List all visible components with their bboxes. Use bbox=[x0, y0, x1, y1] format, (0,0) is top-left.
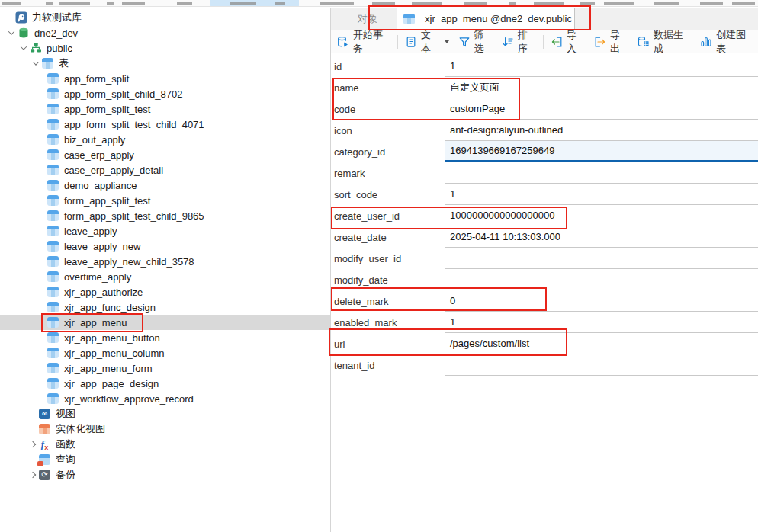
tree-item-label: case_erp_apply_detail bbox=[64, 165, 163, 176]
tree-item-functions[interactable]: fx函数 bbox=[0, 437, 330, 452]
tree-item-schema[interactable]: public bbox=[0, 40, 330, 56]
tree-item-app_form_split_test_child_4071[interactable]: app_form_split_test_child_4071 bbox=[0, 117, 330, 132]
tree-item-xjr_workflow_approve_record[interactable]: xjr_workflow_approve_record bbox=[0, 391, 330, 406]
field-value-delete_mark[interactable]: 0 bbox=[445, 290, 758, 312]
toolbar-fragment bbox=[464, 2, 487, 5]
tree-item-label: form_app_split_test_child_9865 bbox=[64, 210, 204, 222]
filter-icon bbox=[458, 36, 471, 48]
table-icon bbox=[47, 165, 59, 175]
sort-button[interactable]: 排序 bbox=[497, 32, 541, 52]
tree-item-xjr_app_func_design[interactable]: xjr_app_func_design bbox=[0, 300, 330, 315]
export-button[interactable]: 导出 bbox=[589, 32, 633, 52]
chevron-down-icon[interactable] bbox=[5, 30, 18, 35]
toolbar-fragment bbox=[604, 2, 634, 5]
chevron-right-icon[interactable] bbox=[26, 473, 39, 477]
table-icon bbox=[47, 226, 59, 236]
field-value-tenant_id[interactable] bbox=[445, 354, 758, 376]
table-icon bbox=[47, 287, 59, 297]
tab-objects[interactable]: 对象 bbox=[348, 8, 387, 30]
chart-icon bbox=[700, 36, 712, 48]
tree-item-app_form_split[interactable]: app_form_split bbox=[0, 71, 330, 86]
chevron-down-icon[interactable] bbox=[17, 46, 30, 50]
table-icon bbox=[47, 317, 59, 328]
text-view-label: 文本 bbox=[421, 28, 439, 56]
toolbar-fragment bbox=[412, 2, 442, 5]
tree-item-materialized-views[interactable]: 实体化视图 bbox=[0, 421, 330, 437]
field-value-code[interactable]: customPage bbox=[445, 98, 758, 120]
import-button[interactable]: 导入 bbox=[546, 32, 589, 52]
tree-item-label: case_erp_apply bbox=[64, 149, 134, 161]
tree-item-xjr_app_menu_column[interactable]: xjr_app_menu_column bbox=[0, 345, 330, 361]
tree-item-leave_apply_new_child_3578[interactable]: leave_apply_new_child_3578 bbox=[0, 254, 330, 269]
tree-item-case_erp_apply_detail[interactable]: case_erp_apply_detail bbox=[0, 162, 330, 178]
toolbar-fragment bbox=[320, 2, 354, 5]
tree-item-biz_out_apply[interactable]: biz_out_apply bbox=[0, 132, 330, 147]
schema-icon bbox=[30, 42, 42, 54]
filter-button[interactable]: 筛选 bbox=[454, 32, 497, 52]
field-value-url[interactable]: /pages/custom/list bbox=[445, 333, 758, 354]
text-view-button[interactable]: 文本 bbox=[400, 32, 454, 52]
tree-item-overtime_apply[interactable]: overtime_apply bbox=[0, 269, 330, 284]
chevron-right-icon[interactable] bbox=[26, 442, 39, 447]
tree-item-leave_apply[interactable]: leave_apply bbox=[0, 223, 330, 239]
create-chart-button[interactable]: 创建图表 bbox=[695, 32, 758, 52]
tree-item-xjr_app_menu[interactable]: xjr_app_menu bbox=[0, 315, 330, 330]
tree-item-views[interactable]: ∞视图 bbox=[0, 406, 330, 421]
transaction-icon bbox=[337, 36, 349, 48]
field-value-category_id[interactable]: 1694139669167259649 bbox=[445, 141, 758, 162]
field-label-code: code bbox=[331, 98, 445, 120]
data-generation-button[interactable]: 数据生成 bbox=[633, 32, 695, 52]
database-sidebar: 力软测试库 dne2_dev public 表 app_form_splitap… bbox=[0, 8, 331, 532]
begin-transaction-button[interactable]: 开始事务 bbox=[332, 32, 395, 52]
table-icon bbox=[47, 195, 59, 206]
tree-item-demo_appliance[interactable]: demo_appliance bbox=[0, 178, 330, 193]
field-row-tenant_id: tenant_id bbox=[331, 354, 758, 376]
filter-label: 筛选 bbox=[474, 28, 493, 56]
field-label-delete_mark: delete_mark bbox=[331, 290, 445, 312]
field-value-sort_code[interactable]: 1 bbox=[445, 184, 758, 205]
toolbar-fragment bbox=[46, 2, 53, 5]
field-value-id[interactable]: 1 bbox=[445, 56, 758, 77]
field-value-create_user_id[interactable]: 1000000000000000000 bbox=[445, 205, 758, 226]
tree-item-leave_apply_new[interactable]: leave_apply_new bbox=[0, 239, 330, 254]
tree-item-xjr_app_menu_form[interactable]: xjr_app_menu_form bbox=[0, 361, 330, 376]
create-chart-label: 创建图表 bbox=[716, 28, 753, 56]
tree-item-connection[interactable]: 力软测试库 bbox=[0, 10, 330, 25]
tree-item-database[interactable]: dne2_dev bbox=[0, 25, 330, 40]
export-icon bbox=[594, 36, 606, 48]
tree-item-label: xjr_workflow_approve_record bbox=[64, 393, 194, 405]
functions-icon: fx bbox=[39, 439, 50, 450]
tab-objects-label: 对象 bbox=[358, 12, 377, 26]
field-label-sort_code: sort_code bbox=[331, 184, 445, 205]
views-icon: ∞ bbox=[39, 409, 50, 419]
connection-label: 力软测试库 bbox=[32, 11, 82, 24]
field-value-enabled_mark[interactable]: 1 bbox=[445, 312, 758, 333]
field-value-modify_date[interactable] bbox=[445, 269, 758, 290]
tree-item-xjr_app_authorize[interactable]: xjr_app_authorize bbox=[0, 284, 330, 300]
tree-item-app_form_split_child_8702[interactable]: app_form_split_child_8702 bbox=[0, 86, 330, 101]
field-value-icon[interactable]: ant-design:aliyun-outlined bbox=[445, 120, 758, 141]
table-icon bbox=[47, 88, 59, 99]
tree-item-form_app_split_test_child_9865[interactable]: form_app_split_test_child_9865 bbox=[0, 208, 330, 223]
field-value-modify_user_id[interactable] bbox=[445, 248, 758, 269]
tab-active-table[interactable]: xjr_app_menu @dne2_dev.public (力... bbox=[397, 8, 575, 30]
tree-item-xjr_app_page_design[interactable]: xjr_app_page_design bbox=[0, 376, 330, 391]
tree-item-queries[interactable]: 查询 bbox=[0, 452, 330, 467]
field-row-code: codecustomPage bbox=[331, 98, 758, 120]
tree-item-app_form_split_test[interactable]: app_form_split_test bbox=[0, 101, 330, 117]
chevron-down-icon[interactable] bbox=[29, 61, 42, 66]
toolbar-fragment bbox=[372, 2, 395, 5]
tree-item-backups[interactable]: ⟳备份 bbox=[0, 467, 330, 482]
field-value-remark[interactable] bbox=[445, 162, 758, 184]
field-value-create_date[interactable]: 2025-04-11 10:13:03.000 bbox=[445, 226, 758, 248]
field-value-name[interactable]: 自定义页面 bbox=[445, 77, 758, 98]
tree-item-tables-folder[interactable]: 表 bbox=[0, 56, 330, 71]
tree-item-case_erp_apply[interactable]: case_erp_apply bbox=[0, 147, 330, 162]
field-label-id: id bbox=[331, 56, 445, 77]
toolbar-fragment bbox=[122, 2, 145, 5]
field-row-create_user_id: create_user_id1000000000000000000 bbox=[331, 205, 758, 226]
toolbar-fragment bbox=[580, 2, 595, 5]
tree-item-xjr_app_menu_button[interactable]: xjr_app_menu_button bbox=[0, 330, 330, 345]
tree-item-form_app_split_test[interactable]: form_app_split_test bbox=[0, 193, 330, 208]
queries-icon bbox=[39, 454, 50, 465]
